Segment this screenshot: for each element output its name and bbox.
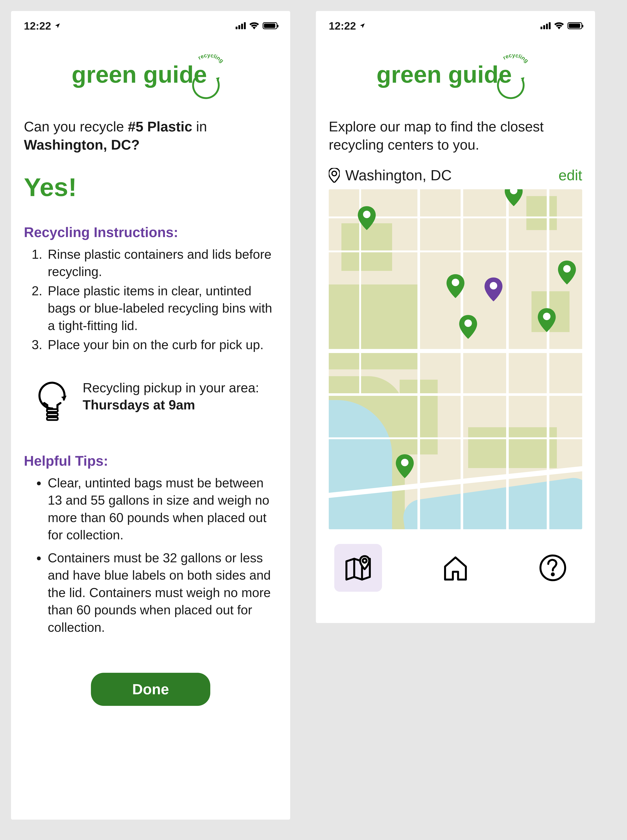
svg-point-12 [490,282,497,289]
map-marker[interactable] [537,308,556,332]
map-marker[interactable] [484,278,503,302]
list-item: Place plastic items in clear, untinted b… [46,282,277,335]
pickup-time: Thursdays at 9am [83,398,195,412]
pickup-label: Recycling pickup in your area: [83,379,259,396]
svg-point-15 [401,459,409,466]
svg-point-14 [543,313,550,320]
svg-point-18 [552,573,554,575]
location-text: Washington, DC [345,167,452,184]
svg-rect-4 [47,417,58,420]
wifi-icon [554,22,564,29]
map-view[interactable] [329,189,582,529]
battery-icon [263,22,277,29]
location-row: Washington, DC edit [329,167,582,184]
cellular-signal-icon [540,22,551,29]
svg-text:green guide: green guide [72,61,207,88]
cellular-signal-icon [236,22,246,29]
instructions-heading: Recycling Instructions: [24,224,277,240]
pickup-info: Recycling pickup in your area: Thursdays… [35,379,277,423]
location-services-icon [359,23,365,29]
wifi-icon [249,22,259,29]
status-time: 12:22 [24,20,51,32]
list-item: Place your bin on the curb for pick up. [46,336,277,354]
svg-point-11 [452,279,459,286]
edit-location-link[interactable]: edit [559,167,582,184]
answer-yes: Yes! [24,172,277,202]
list-item: Containers must be 32 gallons or less an… [46,549,277,636]
svg-point-10 [563,265,571,273]
map-marker[interactable] [558,261,576,284]
tips-heading: Helpful Tips: [24,453,277,469]
map-marker[interactable] [446,274,465,298]
lightbulb-recycle-icon [35,379,70,423]
tab-help[interactable] [529,544,577,592]
svg-point-13 [465,319,472,327]
location-services-icon [54,23,61,29]
status-bar: 12:22 [329,11,582,40]
status-time: 12:22 [329,20,356,32]
map-icon [342,552,374,583]
svg-rect-2 [47,409,58,412]
map-marker[interactable] [504,189,523,206]
list-item: Rinse plastic containers and lids before… [46,246,277,280]
svg-point-7 [332,171,337,176]
svg-text:green guide: green guide [377,61,512,88]
tab-bar [329,544,582,592]
map-marker[interactable] [459,315,477,339]
instructions-list: Rinse plastic containers and lids before… [26,246,277,354]
app-logo: green guide recycling right [24,51,277,99]
done-button[interactable]: Done [91,673,210,706]
map-marker[interactable] [395,454,414,478]
map-marker[interactable] [358,206,376,230]
map-screen: 12:22 green guide recycling right Explor… [316,11,595,623]
help-icon [537,552,569,583]
tips-list: Clear, untinted bags must be between 13 … [26,474,277,636]
tab-map[interactable] [334,544,382,592]
location-pin-icon [329,168,340,183]
recycle-question: Can you recycle #5 Plastic in Washington… [24,118,277,154]
results-screen: 12:22 green guide recycling right Can yo… [11,11,290,819]
list-item: Clear, untinted bags must be between 13 … [46,474,277,544]
app-logo: green guide recycling right [329,51,582,99]
svg-rect-3 [47,413,58,416]
home-icon [440,552,471,583]
status-bar: 12:22 [24,11,277,40]
svg-point-8 [363,211,370,218]
explore-prompt: Explore our map to find the closest recy… [329,118,582,154]
tab-home[interactable] [432,544,479,592]
battery-icon [567,22,582,29]
